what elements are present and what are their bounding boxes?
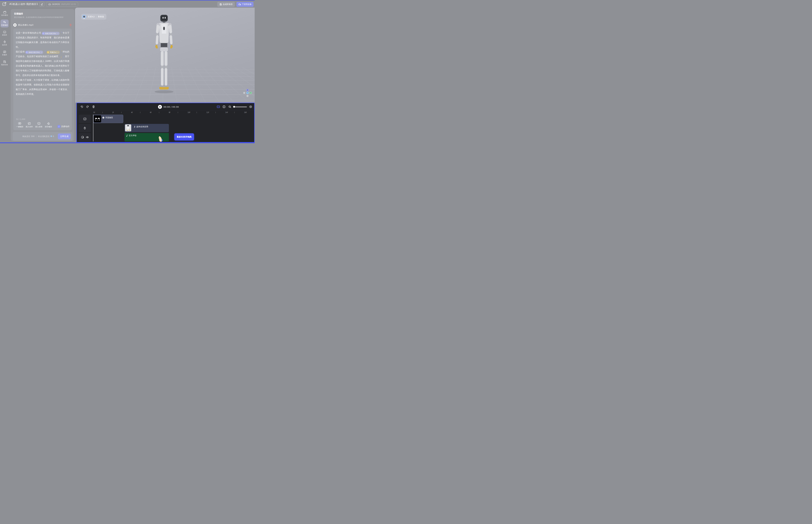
tag-label: 弯腰(5s) — [50, 50, 56, 55]
clip-label: 害羞微笑 — [105, 116, 113, 119]
sidebar-item-动作模仿[interactable]: 动作模仿 — [0, 10, 9, 18]
sidebar-item-label: 我的任务 — [1, 64, 8, 66]
insert-motion-icon — [28, 122, 31, 125]
music-note-icon — [126, 135, 128, 137]
floppy-icon — [220, 3, 222, 5]
audio-file-row: 默认名称1.mp3 — [13, 23, 72, 27]
delete-clip-icon[interactable] — [92, 105, 95, 108]
script-text: 我们提供 — [16, 50, 25, 53]
sidebar-item-label: 音频编排 — [1, 24, 8, 26]
laugh-face-icon — [26, 51, 28, 53]
ruler-label: 14f — [225, 112, 228, 113]
timeline-zoom-slider[interactable] — [234, 107, 247, 107]
panel-title: 音频编排 — [14, 12, 23, 15]
timeline-zoom-slider-thumb[interactable] — [233, 106, 235, 108]
walking-person-icon — [134, 126, 135, 128]
gauge-icon[interactable] — [81, 136, 84, 139]
action-label: 插入动作 — [26, 126, 33, 128]
viewport-3d[interactable]: 灵犀X2 青春版 — [75, 7, 255, 103]
model-edition: 青春版 — [98, 15, 104, 18]
expression-tag[interactable]: 哈哈大笑(10s)× — [42, 32, 60, 35]
bow-person-icon — [47, 51, 49, 53]
task-doc-icon — [3, 60, 6, 63]
axis-gizmo[interactable]: Z Y X — [242, 88, 254, 98]
ruler-tick — [215, 112, 216, 113]
redo-icon[interactable] — [86, 105, 89, 108]
clip-label: 超帅走路姿势 — [136, 125, 148, 128]
script-text: 这是一家全球领先的公司 — [16, 32, 41, 34]
script-text-area[interactable]: 这是一家全球领先的公司哈哈大笑(10s)×「专注于先进机器人系统的设计、制造和部… — [13, 29, 72, 117]
script-text: 我们致力于创新，大力投资于研发，以突破人机协作和机器学习的界限。创新机器人公司助… — [16, 79, 69, 95]
compose-save-button[interactable]: 合成并保存 — [217, 2, 235, 7]
audio-file-name: 默认名称1.mp3 — [18, 23, 69, 27]
action-label: 一键编排 — [16, 126, 23, 128]
ruler-label: 0f — [93, 112, 95, 113]
char-counter: 52 / 1,000 — [13, 117, 72, 120]
speaker-icon[interactable] — [86, 136, 89, 138]
timeline-ruler[interactable]: 0f2f4f6f8f10f12f14f16f — [77, 111, 254, 114]
gizmo-hidden-axis — [243, 92, 245, 94]
timeline-panel: 00:00 / 00:30 0f2f4f6f8f10f12f14f16f — [76, 103, 255, 143]
fit-clip-icon[interactable] — [223, 105, 225, 108]
rhythm-motion-toggle[interactable]: ✓ 韵律动作 — [58, 125, 69, 128]
action-tag[interactable]: 弯腰(5s)× — [46, 51, 60, 54]
hand-drag-cursor — [158, 136, 163, 142]
script-editor-card: 这是一家全球领先的公司哈哈大笑(10s)×「专注于先进机器人系统的设计、制造和部… — [13, 29, 72, 130]
fit-timeline-icon[interactable] — [217, 105, 220, 108]
wink-face-icon — [83, 118, 86, 120]
clapper-icon — [3, 11, 6, 14]
delete-audio-icon[interactable] — [69, 24, 72, 26]
sidebar-item-label: 动作模仿 — [1, 14, 8, 16]
face-box-icon — [3, 31, 6, 33]
robot-model[interactable] — [145, 14, 183, 94]
script-action-bar: AI一键编排插入动作插入表情清空编排 ✓ 韵律动作 — [13, 120, 72, 130]
playhead[interactable] — [93, 114, 93, 142]
rhythm-motion-label: 韵律动作 — [61, 125, 69, 128]
ai-icon: AI — [18, 122, 21, 125]
sidebar-item-动作库[interactable]: 动作库 — [0, 39, 9, 47]
cost-gems: 本次消耗灵石0 — [38, 135, 54, 138]
sidebar-item-我的任务[interactable]: 我的任务 — [0, 59, 9, 67]
annotation-quote-mark: 」 — [63, 55, 65, 58]
zoom-in-icon[interactable] — [249, 105, 252, 108]
play-audio-button[interactable] — [13, 23, 17, 27]
expression-track-header[interactable] — [79, 115, 91, 123]
svg-text:X: X — [250, 92, 251, 94]
audio-arrange-panel: 音频编排 通过音频处理，生成音频素材以及融合动作和表情的音频编排素材 默认名称1… — [11, 9, 75, 141]
sidebar-item-label: 表情库 — [2, 34, 7, 36]
sidebar-item-音频库[interactable]: 音频库 — [0, 49, 9, 57]
generate-footer: 剩余灵石 300 本次消耗灵石0 立即生成 — [13, 132, 72, 141]
motion-track-header[interactable] — [79, 124, 91, 132]
top-accent-strip — [0, 0, 255, 0]
action-button-插入表情[interactable]: 插入表情 — [35, 122, 43, 128]
annotation-quote-mark: 」 — [61, 55, 63, 58]
zoom-out-icon[interactable] — [228, 105, 231, 108]
clip-label: 官方声音 — [129, 134, 136, 137]
rename-button[interactable] — [39, 2, 44, 7]
undo-icon[interactable] — [80, 105, 83, 108]
deploy-to-device-button[interactable]: 下发到设备 — [237, 2, 254, 7]
sidebar-item-音频编排[interactable]: 音频编排 — [0, 19, 9, 28]
audio-track-header[interactable] — [79, 133, 91, 142]
expression-tag[interactable]: 哈哈大笑(10s)× — [25, 51, 43, 54]
timeline-play-button[interactable] — [158, 105, 162, 109]
ruler-tick — [102, 112, 103, 113]
sidebar-item-表情库[interactable]: 表情库 — [0, 29, 9, 37]
checkbox-checked-icon[interactable]: ✓ — [58, 125, 61, 128]
generate-now-button[interactable]: 立即生成 — [58, 133, 71, 139]
expression-clip[interactable]: 害羞微笑 — [93, 115, 123, 123]
ruler-tick — [159, 112, 159, 113]
remove-tag-icon[interactable]: × — [57, 50, 59, 55]
action-button-插入动作[interactable]: 插入动作 — [26, 122, 33, 128]
motion-clip[interactable]: 超帅走路姿势 — [125, 124, 169, 132]
app-logo-icon[interactable] — [2, 2, 6, 6]
annotation-quote-mark: 「 — [61, 50, 63, 53]
save-time: 26/01/03 12:01 — [61, 3, 76, 5]
action-button-清空编排[interactable]: 清空编排 — [45, 122, 52, 128]
remove-tag-icon[interactable]: × — [40, 50, 42, 55]
sidebar-item-label: 音频库 — [2, 54, 7, 56]
action-button-一键编排[interactable]: AI一键编排 — [16, 122, 23, 128]
svg-text:AI: AI — [19, 123, 20, 124]
remove-tag-icon[interactable]: × — [57, 31, 59, 36]
deploy-label: 下发到设备 — [242, 3, 252, 6]
